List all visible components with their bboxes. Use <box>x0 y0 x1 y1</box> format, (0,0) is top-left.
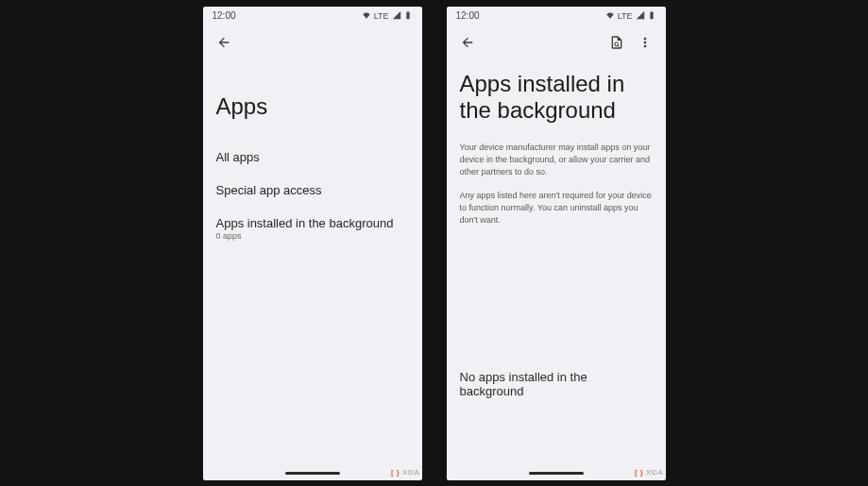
menu-item-label: All apps <box>216 150 409 164</box>
back-icon[interactable] <box>216 35 231 54</box>
status-time: 12:00 <box>456 10 480 21</box>
menu-special-app-access[interactable]: Special app access <box>216 174 409 207</box>
status-time: 12:00 <box>213 10 236 21</box>
battery-icon <box>647 10 656 22</box>
network-label: LTE <box>374 11 389 21</box>
menu-all-apps[interactable]: All apps <box>216 141 409 174</box>
info-paragraph-1: Your device manufacturer may install app… <box>460 142 653 178</box>
empty-state-text: No apps installed in the background <box>460 370 653 398</box>
battery-icon <box>403 10 413 22</box>
wifi-icon <box>605 10 615 22</box>
watermark-bracket: [ } <box>635 468 644 477</box>
info-paragraph-2: Any apps listed here aren't required for… <box>460 190 653 226</box>
statusbar: 12:00 LTE <box>447 7 666 25</box>
statusbar: 12:00 LTE <box>203 7 422 25</box>
watermark-bracket: [ } <box>391 468 400 477</box>
toolbar <box>203 25 422 63</box>
menu-item-sub: 0 apps <box>216 231 409 241</box>
watermark-text: XDA <box>646 468 663 477</box>
phone-screen-apps: 12:00 LTE Apps All apps Special app acce… <box>203 7 422 480</box>
watermark-text: XDA <box>402 468 419 477</box>
search-page-icon[interactable] <box>609 35 624 54</box>
phone-screen-background-apps: 12:00 LTE Apps installed <box>447 7 666 480</box>
page-title: Apps <box>216 93 409 120</box>
toolbar-actions <box>609 35 653 54</box>
menu-item-label: Apps installed in the background <box>216 216 409 230</box>
navigation-handle[interactable] <box>529 472 584 475</box>
menu-apps-installed-background[interactable]: Apps installed in the background 0 apps <box>216 207 409 250</box>
status-right: LTE <box>362 10 413 22</box>
more-icon[interactable] <box>638 35 653 54</box>
signal-icon <box>392 10 401 22</box>
page-title: Apps installed in the background <box>460 71 653 126</box>
status-right: LTE <box>605 10 656 22</box>
back-icon[interactable] <box>460 35 475 54</box>
content: Apps All apps Special app access Apps in… <box>203 63 422 480</box>
watermark: [ } XDA <box>635 468 664 477</box>
menu-item-label: Special app access <box>216 183 409 197</box>
toolbar <box>447 25 666 63</box>
watermark: [ } XDA <box>391 468 420 477</box>
navigation-handle[interactable] <box>285 472 340 475</box>
signal-icon <box>636 10 645 22</box>
wifi-icon <box>362 10 371 22</box>
content: Apps installed in the background Your de… <box>447 63 666 480</box>
network-label: LTE <box>618 11 633 21</box>
